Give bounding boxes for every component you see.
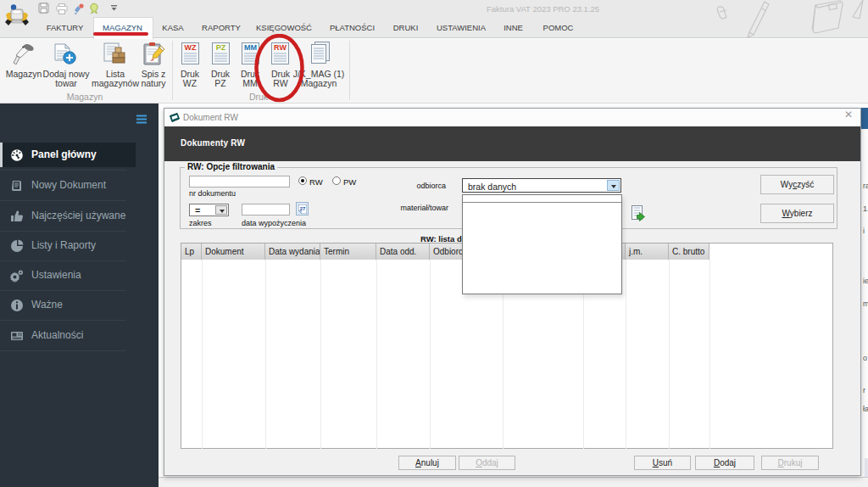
svg-text:WZ: WZ	[185, 43, 197, 52]
svg-text:PZ: PZ	[216, 43, 226, 52]
